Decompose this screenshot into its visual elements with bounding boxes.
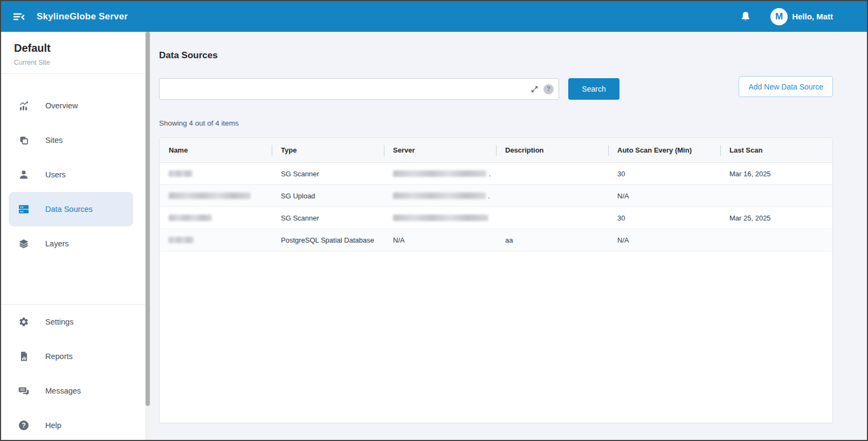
cell-description — [496, 163, 608, 184]
sidebar-item-help[interactable]: ? Help — [1, 408, 150, 441]
column-header-description: Description — [496, 138, 608, 162]
server-stack-icon — [18, 204, 29, 215]
table-row[interactable]: SG Scanner30Mar 25, 2025 — [160, 207, 832, 229]
site-name: Default — [14, 42, 137, 54]
column-header-last-scan: Last Scan — [720, 138, 832, 162]
sidebar-item-label: Data Sources — [45, 205, 93, 213]
table-body: SG Scanner.30Mar 16, 2025SG Upload.N/ASG… — [160, 163, 832, 251]
user-greeting[interactable]: Hello, Matt — [792, 12, 833, 21]
cell-auto-scan: 30 — [608, 207, 720, 229]
sidebar-item-users[interactable]: Users — [1, 157, 150, 192]
sidebar-item-label: Reports — [45, 352, 73, 361]
cell-auto-scan: N/A — [608, 185, 720, 206]
table-header-row: NameTypeServerDescriptionAuto Scan Every… — [160, 138, 832, 163]
redacted-text — [393, 192, 486, 199]
sidebar-item-label: Help — [45, 421, 61, 430]
cell-type: SG Upload — [272, 185, 384, 206]
cell-name — [160, 163, 272, 184]
sidebar-item-messages[interactable]: Messages — [1, 374, 150, 408]
gear-icon — [18, 316, 29, 327]
sidebar-item-label: Messages — [45, 387, 81, 395]
search-box: ? — [159, 78, 559, 100]
sidebar-item-label: Users — [45, 170, 66, 179]
app-title: SkylineGlobe Server — [37, 11, 128, 22]
stacked-squares-icon — [18, 135, 29, 146]
top-bar: SkylineGlobe Server M Hello, Matt — [1, 1, 867, 32]
bar-chart-trend-icon — [18, 100, 29, 111]
menu-collapse-icon — [12, 10, 26, 24]
cell-type: PostgreSQL Spatial Database — [272, 229, 384, 251]
redacted-text — [169, 170, 192, 177]
column-header-auto-scan-every-min: Auto Scan Every (Min) — [608, 138, 720, 162]
cell-server — [384, 207, 496, 229]
sidebar-item-settings[interactable]: Settings — [1, 305, 150, 339]
menu-collapse-button[interactable] — [12, 10, 26, 24]
sidebar-scrollbar — [145, 32, 150, 440]
expand-diagonal-icon[interactable] — [531, 85, 539, 93]
redacted-text — [393, 215, 488, 221]
sidebar-item-layers[interactable]: Layers — [1, 226, 150, 261]
column-header-type: Type — [272, 138, 384, 162]
chat-bubbles-icon — [18, 385, 29, 396]
table-row[interactable]: SG Scanner.30Mar 16, 2025 — [160, 163, 832, 185]
redacted-text — [169, 192, 251, 199]
search-input[interactable] — [160, 79, 531, 99]
cell-auto-scan: N/A — [608, 229, 720, 251]
cell-name — [160, 207, 272, 229]
redacted-text — [393, 170, 486, 177]
data-sources-table: NameTypeServerDescriptionAuto Scan Every… — [159, 137, 833, 423]
column-header-name: Name — [160, 138, 272, 162]
cell-type: SG Scanner — [272, 207, 384, 229]
column-header-server: Server — [384, 138, 496, 162]
cell-last-scan: Mar 25, 2025 — [720, 207, 832, 229]
cell-description — [496, 185, 608, 206]
search-row: ? Search — [159, 78, 833, 100]
cell-server: N/A — [384, 229, 496, 251]
table-row[interactable]: SG Upload.N/A — [160, 185, 832, 207]
sidebar-nav-main: Overview Sites Users — [1, 74, 150, 261]
sidebar-item-label: Settings — [45, 318, 73, 326]
table-row[interactable]: PostgreSQL Spatial DatabaseN/AaaN/A — [160, 229, 832, 251]
page-title: Data Sources — [159, 50, 833, 61]
cell-name — [160, 185, 272, 206]
cell-description — [496, 207, 608, 229]
svg-text:?: ? — [22, 422, 26, 429]
sidebar: Default Current Site Overv — [1, 32, 150, 440]
person-icon — [18, 169, 29, 180]
cell-type: SG Scanner — [272, 163, 384, 184]
sidebar-item-label: Sites — [45, 136, 63, 144]
cell-last-scan: Mar 16, 2025 — [720, 163, 832, 184]
sidebar-item-overview[interactable]: Overview — [1, 88, 150, 123]
sidebar-item-reports[interactable]: Reports — [1, 339, 150, 374]
question-circle-icon: ? — [18, 420, 29, 431]
avatar[interactable]: M — [770, 8, 788, 25]
main-content: Data Sources Add New Data Source ? Searc… — [150, 32, 867, 440]
sidebar-scrollbar-thumb[interactable] — [146, 32, 150, 406]
redacted-text — [169, 215, 212, 221]
cell-last-scan — [720, 229, 832, 251]
bell-icon[interactable] — [739, 10, 752, 23]
sidebar-item-data-sources[interactable]: Data Sources — [9, 192, 133, 226]
cell-auto-scan: 30 — [608, 163, 720, 184]
cell-last-scan — [720, 185, 832, 206]
cell-name — [160, 229, 272, 251]
layers-icon — [18, 238, 29, 249]
results-summary: Showing 4 out of 4 items — [159, 119, 833, 127]
sidebar-nav-secondary: Settings Reports — [1, 305, 150, 441]
app-window: SkylineGlobe Server M Hello, Matt Defaul… — [0, 0, 868, 441]
sidebar-item-label: Layers — [45, 239, 69, 248]
cell-description: aa — [496, 229, 608, 251]
site-block: Default Current Site — [1, 32, 150, 73]
search-button[interactable]: Search — [568, 78, 619, 100]
help-circle-icon[interactable]: ? — [543, 84, 554, 94]
sidebar-item-sites[interactable]: Sites — [1, 123, 150, 157]
sidebar-item-label: Overview — [45, 101, 78, 110]
redacted-text — [169, 237, 194, 243]
report-document-icon — [18, 351, 29, 362]
site-caption: Current Site — [14, 59, 137, 66]
cell-server: . — [384, 185, 496, 206]
add-new-data-source-button[interactable]: Add New Data Source — [739, 76, 833, 97]
cell-server: . — [384, 163, 496, 184]
